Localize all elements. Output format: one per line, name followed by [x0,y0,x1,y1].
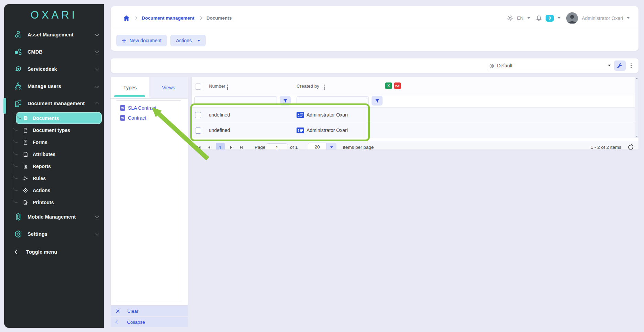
sidebar-item-documents[interactable]: Documents [16,112,102,124]
sidebar-item-label: Printouts [33,200,54,205]
chevron-down-icon [95,67,99,70]
id-card-icon [297,128,304,133]
type-list: w SLA Contract w Contract [116,100,181,300]
page-count-label: of 1 [290,141,298,150]
avatar[interactable] [566,12,578,24]
breadcrumb-current-documents[interactable]: Documents [206,15,232,21]
manage-users-icon [13,81,23,91]
toolbar-more-options-button[interactable] [629,62,633,70]
created-by-filter-button[interactable] [372,96,383,106]
type-item-sla-contract[interactable]: w SLA Contract [116,103,181,113]
grid-filter-row [192,96,638,107]
page-1-button[interactable]: 1 [216,143,225,150]
sidebar-item-settings[interactable]: Settings [4,225,104,243]
page-size-select[interactable]: 20 [308,143,326,150]
column-menu-number[interactable] [226,83,229,91]
chevron-left-icon [115,320,119,324]
settings-icon [13,229,23,239]
sidebar-item-cmdb[interactable]: CMDB [4,43,104,60]
first-page-button[interactable] [194,141,203,150]
sidebar-item-actions[interactable]: Actions [13,184,104,196]
clear-button[interactable]: Clear [111,306,188,316]
servicedesk-icon [13,64,23,74]
page-size-caret-button[interactable] [326,143,336,150]
tab-types[interactable]: Types [111,77,149,98]
header-card: Document management Documents EN 0 Admin… [111,6,638,51]
type-label: Contract [128,115,146,121]
bell-icon[interactable] [536,15,542,21]
items-per-page-label: items per page [343,141,374,150]
row-checkbox[interactable] [195,128,201,134]
reports-icon [22,163,29,169]
select-all-checkbox[interactable] [195,84,201,90]
sidebar-item-asset-management[interactable]: Asset Management [4,26,104,43]
sidebar-item-manage-users[interactable]: Manage users [4,78,104,95]
page-number-input[interactable] [266,143,288,150]
type-item-contract[interactable]: w Contract [116,113,181,123]
previous-page-button[interactable] [205,141,214,150]
user-menu[interactable]: Administrator Oxari [582,15,623,21]
document-types-icon [22,127,29,133]
notification-badge[interactable]: 0 [546,15,554,22]
sidebar-item-attributes[interactable]: Attributes [13,148,104,160]
table-row[interactable]: undefined Administrator Oxari [192,107,638,123]
grid-vertical-scrollbar[interactable] [635,77,638,138]
printouts-icon [22,199,29,206]
sidebar-item-mobile-management[interactable]: Mobile Management [4,208,104,225]
sidebar-item-label: Mobile Management [28,214,96,220]
view-selector[interactable]: ◎ Default [490,60,611,71]
chevron-down-icon[interactable] [558,17,560,19]
document-management-submenu: Documents Document types Forms Attribute… [13,112,104,208]
sidebar-item-forms[interactable]: Forms [13,136,104,148]
sidebar-item-label: Attributes [33,152,55,157]
sidebar-item-printouts[interactable]: Printouts [13,196,104,208]
cell-created-by: Administrator Oxari [307,112,348,118]
gear-icon[interactable] [507,15,513,21]
chevron-down-icon[interactable] [627,17,630,19]
selected-view: Default [497,63,605,68]
type-label: SLA Contract [128,105,157,111]
oxari-logo: OXARI [4,4,104,26]
toggle-menu-button[interactable]: Toggle menu [4,243,104,261]
next-page-button[interactable] [227,141,236,150]
sidebar-item-rules[interactable]: Rules [13,172,104,184]
document-management-icon [13,99,23,108]
table-row[interactable]: undefined Administrator Oxari [192,123,638,138]
column-header-created-by[interactable]: Created by [297,84,319,89]
created-by-filter-input[interactable] [297,96,369,105]
cell-number: undefined [209,128,230,133]
sidebar-item-label: Document types [33,128,70,133]
chevron-down-icon [330,146,333,148]
number-filter-input[interactable] [194,96,277,105]
view-settings-button[interactable] [614,60,626,71]
breadcrumb-separator-icon [199,16,202,20]
tab-views[interactable]: Views [149,77,188,98]
actions-button[interactable]: Actions [170,35,206,46]
attributes-icon [22,151,29,157]
last-page-button[interactable] [237,141,246,150]
column-menu-created-by[interactable] [322,83,326,91]
chevron-down-icon[interactable] [527,17,530,19]
word-file-icon: w [120,105,125,111]
number-filter-button[interactable] [280,96,291,106]
home-icon[interactable] [123,15,130,21]
row-checkbox[interactable] [195,112,201,118]
chevron-up-icon [95,102,99,106]
collapse-button[interactable]: Collapse [111,317,188,327]
sidebar-item-document-types[interactable]: Document types [13,124,104,136]
topbar-actions: EN 0 Administrator Oxari [507,12,630,24]
refresh-button[interactable] [628,141,634,150]
column-header-number[interactable]: Number [209,84,225,89]
export-pdf-icon[interactable]: PDF [394,82,401,89]
breadcrumb-link-document-management[interactable]: Document management [142,15,194,21]
sidebar-item-servicedesk[interactable]: Servicedesk [4,60,104,78]
documents-grid: Number Created by X PDF undefined Admini… [192,77,638,150]
new-document-button[interactable]: New document [116,35,167,46]
language-selector[interactable]: EN [517,15,524,21]
sidebar-item-document-management[interactable]: Document management [4,95,104,112]
export-excel-icon[interactable]: X [385,82,392,89]
sidebar-item-reports[interactable]: Reports [13,160,104,172]
pager-summary: 1 - 2 of 2 items [591,141,621,150]
chevron-down-icon [95,232,99,235]
documents-icon [22,115,29,121]
